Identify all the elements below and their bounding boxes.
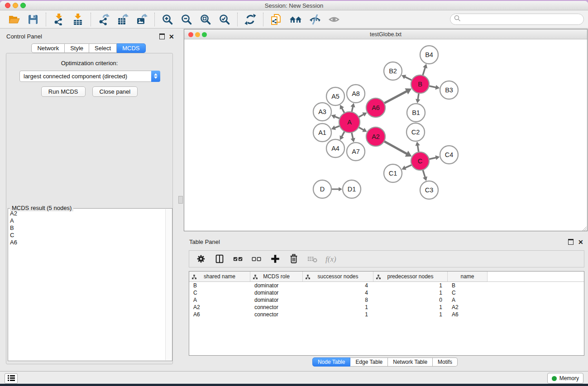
- result-list-item[interactable]: A2: [9, 210, 165, 217]
- export-network-button[interactable]: [97, 13, 110, 26]
- arrowhead-C-C4: [435, 155, 440, 160]
- node-B4[interactable]: B4: [420, 46, 438, 64]
- new-network-from-selection-button[interactable]: [269, 13, 283, 26]
- node-A5[interactable]: A5: [326, 87, 344, 105]
- node-C2[interactable]: C2: [406, 123, 425, 141]
- node-A1[interactable]: A1: [313, 124, 331, 142]
- result-list-item[interactable]: A: [9, 217, 165, 224]
- edge-A6-B[interactable]: [384, 91, 407, 103]
- memory-button[interactable]: Memory: [547, 373, 583, 384]
- column-header-predecessor-nodes[interactable]: predecessor nodes: [373, 272, 448, 281]
- edge-B-B1[interactable]: [418, 93, 419, 100]
- result-list-item[interactable]: C: [9, 232, 165, 239]
- first-neighbors-button[interactable]: [288, 13, 303, 26]
- result-list-item[interactable]: A6: [9, 239, 165, 246]
- result-scrollbar[interactable]: [165, 209, 172, 360]
- float-table-panel-icon[interactable]: [568, 239, 574, 245]
- tab-motifs[interactable]: Motifs: [433, 357, 458, 367]
- table-row[interactable]: Adominator80A: [189, 296, 584, 304]
- run-mcds-button[interactable]: Run MCDS: [41, 86, 86, 97]
- node-B2[interactable]: B2: [384, 62, 402, 80]
- node-C[interactable]: C: [411, 152, 429, 170]
- table-row[interactable]: A2connector11A2: [189, 304, 584, 311]
- add-column-button[interactable]: [270, 253, 281, 264]
- column-header-MCDS-role[interactable]: MCDS role: [250, 272, 303, 281]
- column-header-name[interactable]: name: [448, 272, 488, 281]
- column-header-shared-name[interactable]: shared name: [189, 272, 250, 281]
- refresh-button[interactable]: [244, 13, 257, 26]
- import-network-button[interactable]: [52, 13, 66, 26]
- float-panel-icon[interactable]: [159, 33, 165, 39]
- close-table-panel-icon[interactable]: ✕: [578, 240, 583, 244]
- node-B3[interactable]: B3: [440, 81, 458, 99]
- edge-C-C1[interactable]: [405, 165, 412, 168]
- export-image-button[interactable]: [135, 13, 148, 26]
- import-network-icon: [53, 20, 65, 27]
- table-cell: 4: [303, 290, 373, 296]
- window-resize-grip[interactable]: [581, 225, 587, 231]
- node-B[interactable]: B: [411, 75, 429, 93]
- save-session-button[interactable]: [26, 13, 40, 26]
- search-input[interactable]: [463, 15, 583, 23]
- tab-network-table[interactable]: Network Table: [388, 357, 433, 367]
- task-history-button[interactable]: [5, 373, 18, 384]
- import-table-button[interactable]: [71, 13, 85, 26]
- edge-C-C3[interactable]: [423, 169, 425, 177]
- result-list-item[interactable]: B: [9, 224, 165, 232]
- panel-splitter-handle[interactable]: [178, 196, 183, 204]
- tab-network[interactable]: Network: [31, 43, 65, 53]
- table-row[interactable]: Bdominator41B: [189, 282, 584, 289]
- function-builder-button[interactable]: f(x): [325, 255, 336, 263]
- node-D[interactable]: D: [313, 180, 331, 198]
- network-canvas[interactable]: B4B2BB3A5A8A6A3B1AA1C2A2A4A7C4CC1C3DD1: [184, 39, 587, 231]
- node-A4[interactable]: A4: [326, 139, 344, 157]
- tab-edge-table[interactable]: Edge Table: [350, 357, 388, 367]
- zoom-in-button[interactable]: [161, 13, 174, 26]
- select-all-button[interactable]: [233, 253, 244, 264]
- node-A2[interactable]: A2: [366, 127, 385, 146]
- node-C1[interactable]: C1: [384, 164, 402, 182]
- node-A7[interactable]: A7: [347, 143, 365, 161]
- table-row[interactable]: Cdominator41C: [189, 289, 584, 296]
- node-A3[interactable]: A3: [313, 103, 331, 121]
- edge-B-B2[interactable]: [405, 77, 412, 81]
- tab-style[interactable]: Style: [65, 43, 89, 53]
- deselect-all-button[interactable]: [251, 253, 262, 264]
- table-mode-gear-button[interactable]: [196, 253, 206, 264]
- close-panel-icon[interactable]: ✕: [169, 34, 174, 39]
- node-C3[interactable]: C3: [420, 181, 438, 199]
- edge-A2-C[interactable]: [384, 141, 407, 154]
- node-A[interactable]: A: [339, 112, 360, 133]
- show-graphics-details-button[interactable]: [308, 13, 322, 26]
- export-image-icon: [136, 20, 148, 27]
- tab-mcds[interactable]: MCDS: [117, 43, 145, 53]
- export-table-button[interactable]: [116, 13, 129, 26]
- birds-eye-view-button[interactable]: [327, 13, 341, 26]
- zoom-selected-button[interactable]: [218, 13, 231, 26]
- zoom-fit-button[interactable]: [199, 13, 212, 26]
- gray-eye-icon: [328, 20, 340, 27]
- node-D1[interactable]: D1: [343, 180, 361, 198]
- delete-column-button[interactable]: [288, 253, 299, 264]
- column-header-successor-nodes[interactable]: successor nodes: [303, 272, 373, 281]
- zoom-out-button[interactable]: [180, 13, 193, 26]
- tab-select[interactable]: Select: [89, 43, 117, 53]
- node-B1[interactable]: B1: [407, 104, 425, 122]
- edge-C-C2[interactable]: [417, 145, 419, 152]
- import-table-icon: [72, 20, 84, 27]
- delete-table-button[interactable]: [307, 253, 318, 264]
- edge-A-A7[interactable]: [352, 132, 353, 139]
- tab-node-table[interactable]: Node Table: [312, 357, 351, 367]
- show-columns-button[interactable]: [214, 253, 225, 264]
- edge-C-C4[interactable]: [429, 157, 436, 159]
- edge-B-B4[interactable]: [423, 67, 425, 76]
- node-A8[interactable]: A8: [347, 85, 365, 103]
- node-A6[interactable]: A6: [366, 98, 385, 117]
- node-C4[interactable]: C4: [440, 146, 458, 164]
- open-session-button[interactable]: [7, 13, 21, 26]
- criterion-select[interactable]: largest connected component (directed): [19, 71, 160, 82]
- edge-B-B3[interactable]: [429, 86, 436, 87]
- table-row[interactable]: A6connector11A6: [189, 311, 584, 318]
- refresh-icon: [244, 20, 256, 27]
- close-panel-button[interactable]: Close panel: [92, 86, 138, 97]
